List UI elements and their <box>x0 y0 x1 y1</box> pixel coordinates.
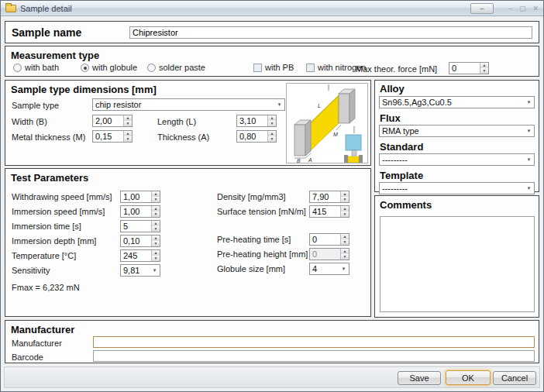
spin-up-icon[interactable]: ▲ <box>152 221 160 226</box>
comments-textarea[interactable] <box>380 216 535 312</box>
spin-up-icon[interactable]: ▲ <box>268 115 276 121</box>
alloy-select[interactable]: Sn96.5,Ag3,Cu0.5 ▾ <box>379 96 535 108</box>
standard-select[interactable]: --------- ▾ <box>379 153 535 166</box>
immersion-time-spinner[interactable]: ▲▼ <box>120 220 160 232</box>
minimize-icon[interactable]: – <box>508 4 512 13</box>
spin-down-icon[interactable]: ▼ <box>124 121 132 126</box>
length-spinner[interactable]: ▲▼ <box>236 115 277 127</box>
withdrawing-speed-spinner[interactable]: ▲▼ <box>120 191 160 203</box>
spinner-arrows[interactable]: ▲▼ <box>151 236 160 246</box>
sample-name-input[interactable] <box>129 26 532 39</box>
checkbox-icon[interactable] <box>253 64 262 72</box>
template-select[interactable]: --------- ▾ <box>379 182 535 194</box>
spinner-arrows[interactable]: ▲▼ <box>267 115 276 126</box>
spin-down-icon[interactable]: ▼ <box>152 211 160 217</box>
checkbox-icon[interactable] <box>306 64 315 72</box>
spin-down-icon[interactable]: ▼ <box>268 136 276 142</box>
spinner-arrows[interactable]: ▲▼ <box>480 63 488 74</box>
spinner-arrows[interactable]: ▲▼ <box>123 131 132 142</box>
width-spinner[interactable]: ▲▼ <box>92 115 133 127</box>
chevron-down-icon[interactable]: ▾ <box>150 267 160 273</box>
spin-up-icon[interactable]: ▲ <box>480 63 488 68</box>
spin-up-icon[interactable]: ▲ <box>268 131 276 136</box>
sensitivity-select[interactable]: 9,81 ▾ <box>120 264 160 277</box>
radio-icon[interactable] <box>13 64 22 72</box>
spin-down-icon[interactable]: ▼ <box>341 211 349 217</box>
thickness-spinner[interactable]: ▲▼ <box>236 130 277 143</box>
sample-type-select[interactable]: chip resistor ▾ <box>92 98 285 111</box>
immersion-depth-input[interactable] <box>121 236 151 246</box>
spin-down-icon[interactable]: ▼ <box>268 121 276 126</box>
immersion-speed-input[interactable] <box>121 206 151 217</box>
chevron-down-icon[interactable]: ▾ <box>524 156 534 163</box>
spin-up-icon[interactable]: ▲ <box>124 131 132 136</box>
spin-down-icon[interactable]: ▼ <box>152 241 160 246</box>
globule-size-select[interactable]: 4 ▾ <box>309 263 349 275</box>
spin-down-icon[interactable]: ▼ <box>124 136 132 142</box>
temperature-spinner[interactable]: ▲▼ <box>120 249 160 262</box>
panel-toggle-button[interactable]: – <box>470 3 494 14</box>
surface-tension-spinner[interactable]: ▲▼ <box>309 205 349 218</box>
metal-thickness-spinner[interactable]: ▲▼ <box>92 130 133 143</box>
ok-button[interactable]: OK <box>446 370 491 385</box>
spin-down-icon[interactable]: ▼ <box>152 256 160 261</box>
immersion-depth-spinner[interactable]: ▲▼ <box>120 235 160 247</box>
spin-up-icon[interactable]: ▲ <box>152 250 160 256</box>
spin-up-icon[interactable]: ▲ <box>124 115 132 121</box>
spin-up-icon[interactable]: ▲ <box>341 234 349 239</box>
radio-icon[interactable] <box>81 64 89 72</box>
spinner-arrows[interactable]: ▲▼ <box>151 221 160 232</box>
barcode-input[interactable] <box>93 350 535 362</box>
thickness-input[interactable] <box>237 131 267 142</box>
spinner-arrows[interactable]: ▲▼ <box>267 131 276 142</box>
spin-up-icon[interactable]: ▲ <box>152 191 160 197</box>
chevron-down-icon[interactable]: ▾ <box>524 99 534 105</box>
spin-down-icon[interactable]: ▼ <box>152 197 160 202</box>
chevron-down-icon[interactable]: ▾ <box>524 128 534 134</box>
spin-down-icon[interactable]: ▼ <box>341 197 349 202</box>
surface-tension-input[interactable] <box>310 206 340 217</box>
spinner-arrows[interactable]: ▲▼ <box>151 206 160 217</box>
width-input[interactable] <box>93 115 123 126</box>
radio-solder-paste[interactable]: solder paste <box>147 63 205 72</box>
checkbox-with-pb[interactable]: with PB <box>253 63 294 72</box>
close-icon[interactable]: ✕ <box>532 4 539 13</box>
spin-up-icon[interactable]: ▲ <box>341 191 349 197</box>
max-force-spinner[interactable]: ▲▼ <box>449 62 489 74</box>
spin-up-icon[interactable]: ▲ <box>152 236 160 241</box>
spin-up-icon[interactable]: ▲ <box>341 206 349 211</box>
radio-with-globule[interactable]: with globule <box>81 63 137 72</box>
preheating-time-input[interactable] <box>310 234 340 245</box>
immersion-speed-spinner[interactable]: ▲▼ <box>120 205 160 218</box>
spinner-arrows[interactable]: ▲▼ <box>340 234 349 245</box>
save-button[interactable]: Save <box>398 371 441 385</box>
immersion-time-input[interactable] <box>121 221 151 232</box>
spin-down-icon[interactable]: ▼ <box>341 239 349 245</box>
cancel-button[interactable]: Cancel <box>493 371 536 385</box>
alloy-title: Alloy <box>375 81 539 95</box>
radio-icon[interactable] <box>147 64 156 72</box>
flux-select[interactable]: RMA type ▾ <box>379 125 535 137</box>
max-force-input[interactable] <box>449 63 480 74</box>
restore-icon[interactable]: ▢ <box>519 4 526 13</box>
length-input[interactable] <box>237 115 267 126</box>
withdrawing-speed-input[interactable] <box>121 191 151 202</box>
spin-up-icon[interactable]: ▲ <box>152 206 160 211</box>
metal-thickness-input[interactable] <box>93 131 123 142</box>
preheating-time-spinner[interactable]: ▲▼ <box>309 233 349 246</box>
spin-down-icon[interactable]: ▼ <box>152 226 160 232</box>
spinner-arrows[interactable]: ▲▼ <box>340 206 349 217</box>
manufacturer-input[interactable] <box>93 336 535 348</box>
spinner-arrows[interactable]: ▲▼ <box>151 250 160 261</box>
radio-with-bath[interactable]: with bath <box>13 63 59 72</box>
chevron-down-icon[interactable]: ▾ <box>339 266 349 272</box>
spinner-arrows[interactable]: ▲▼ <box>123 115 132 126</box>
chevron-down-icon[interactable]: ▾ <box>274 101 284 108</box>
chevron-down-icon[interactable]: ▾ <box>524 185 534 191</box>
spinner-arrows[interactable]: ▲▼ <box>340 191 349 202</box>
density-input[interactable] <box>310 191 340 202</box>
temperature-input[interactable] <box>121 250 151 261</box>
density-spinner[interactable]: ▲▼ <box>309 191 349 203</box>
spinner-arrows[interactable]: ▲▼ <box>151 191 160 202</box>
spin-down-icon[interactable]: ▼ <box>480 68 488 74</box>
